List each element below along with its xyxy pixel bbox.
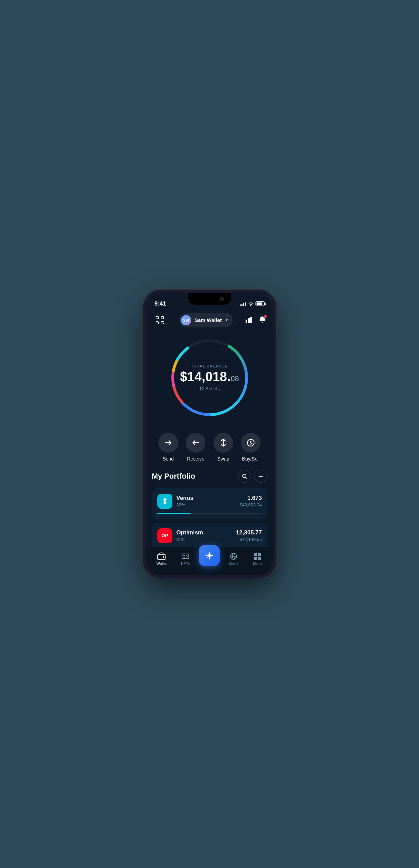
notification-bell[interactable] [259, 316, 266, 325]
venus-asset-card[interactable]: Venus 32% 1.673 $43,003.34 [152, 488, 267, 519]
nav-nfts-label: NFTs [181, 561, 190, 566]
venus-percent: 32% [176, 502, 194, 507]
nav-more[interactable]: More [247, 553, 268, 566]
venus-icon [157, 494, 172, 509]
portfolio-actions [238, 470, 267, 483]
header: SW Sam Wallet ▾ [146, 310, 273, 332]
wallet-selector[interactable]: SW Sam Wallet ▾ [179, 313, 233, 327]
status-time: 9:41 [155, 300, 166, 307]
balance-section: TOTAL BALANCE $14,018.08 12 Assets [146, 332, 273, 427]
svg-text:$: $ [250, 441, 252, 445]
nfts-nav-icon [181, 553, 189, 560]
portfolio-search-button[interactable] [238, 470, 251, 483]
optimism-value: $42,149.56 [236, 537, 262, 542]
venus-value: $43,003.34 [239, 502, 262, 507]
svg-point-23 [183, 555, 185, 557]
venus-amount: 1.673 [239, 495, 262, 502]
buysell-label: Buy/Sell [242, 456, 260, 462]
svg-point-21 [163, 556, 164, 558]
portfolio-add-button[interactable] [254, 470, 267, 483]
portfolio-section: My Portfolio [146, 470, 273, 547]
scan-icon[interactable] [153, 314, 166, 327]
header-right [246, 316, 266, 325]
nav-web3-label: Web3 [229, 561, 239, 566]
receive-button[interactable]: Receive [186, 433, 206, 462]
chart-icon[interactable] [246, 316, 254, 324]
wallet-nav-icon [157, 553, 166, 560]
wifi-icon [248, 302, 253, 306]
send-label: Send [162, 456, 174, 462]
signal-icon [240, 302, 246, 306]
svg-rect-1 [161, 316, 163, 319]
bottom-nav: Wallet NFTs [146, 547, 273, 575]
svg-rect-30 [258, 557, 261, 560]
balance-center: TOTAL BALANCE $14,018.08 12 Assets [180, 364, 239, 391]
svg-rect-28 [258, 553, 261, 556]
nav-nfts[interactable]: NFTs [175, 553, 196, 566]
nav-wallet[interactable]: Wallet [151, 553, 172, 566]
swap-button[interactable]: Swap [213, 433, 233, 462]
swap-label: Swap [217, 456, 229, 462]
more-nav-icon [253, 553, 262, 560]
nav-web3[interactable]: Web3 [223, 553, 244, 566]
phone-frame: 9:41 [143, 290, 276, 579]
venus-progress-bar [157, 513, 262, 514]
optimism-amount: 12,305.77 [236, 529, 262, 536]
svg-rect-9 [250, 317, 252, 323]
action-buttons: Send Receive Swap [146, 427, 273, 470]
svg-rect-2 [156, 322, 158, 324]
nav-center-button[interactable] [199, 545, 220, 566]
svg-rect-8 [248, 318, 250, 323]
optimism-percent: 31% [176, 537, 203, 542]
chevron-down-icon: ▾ [226, 318, 228, 322]
receive-label: Receive [187, 456, 205, 462]
phone-screen: 9:41 [146, 293, 273, 575]
wallet-name: Sam Wallet [195, 317, 222, 323]
status-icons [240, 301, 265, 306]
svg-rect-7 [246, 320, 247, 323]
avatar: SW [181, 315, 191, 325]
balance-label: TOTAL BALANCE [180, 364, 239, 368]
notification-badge [264, 315, 267, 318]
svg-rect-0 [156, 316, 158, 319]
battery-icon [256, 301, 265, 306]
buysell-button[interactable]: $ Buy/Sell [241, 433, 261, 462]
venus-name: Venus [176, 495, 194, 502]
optimism-asset-card[interactable]: OP Optimism 31% 12,305.77 $42,149.56 [152, 523, 267, 547]
send-button[interactable]: Send [158, 433, 178, 462]
optimism-icon: OP [157, 528, 172, 543]
nav-wallet-label: Wallet [156, 561, 167, 566]
center-nav-icon [205, 551, 214, 560]
svg-rect-27 [254, 553, 257, 556]
balance-amount: $14,018.08 [180, 370, 239, 383]
svg-rect-29 [254, 557, 257, 560]
portfolio-header: My Portfolio [152, 470, 267, 483]
nav-more-label: More [253, 561, 262, 566]
balance-ring: TOTAL BALANCE $14,018.08 12 Assets [167, 335, 252, 420]
notch [188, 293, 231, 305]
optimism-name: Optimism [176, 529, 203, 536]
portfolio-title: My Portfolio [152, 472, 195, 481]
web3-nav-icon [230, 553, 238, 560]
balance-assets: 12 Assets [180, 386, 239, 391]
notch-camera [220, 297, 224, 301]
